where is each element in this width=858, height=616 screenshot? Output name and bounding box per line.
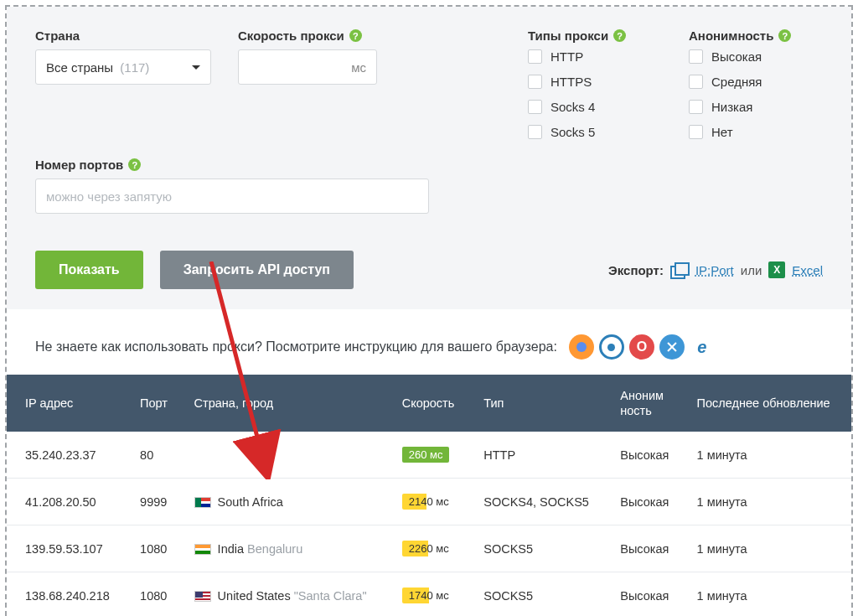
speed-badge: 2260 мс bbox=[402, 541, 456, 556]
country-select[interactable]: Все страны (117) bbox=[35, 49, 211, 85]
flag-icon bbox=[194, 591, 211, 602]
anon-medium-checkbox[interactable]: Средняя bbox=[689, 75, 823, 89]
th-country: Страна, город bbox=[183, 375, 390, 432]
speed-label: Скорость прокси ? bbox=[238, 28, 389, 43]
proxy-table: IP адрес Порт Страна, город Скорость Тип… bbox=[7, 375, 851, 616]
country-value: Все страны bbox=[46, 60, 113, 75]
caret-down-icon bbox=[192, 65, 200, 74]
table-row: 139.59.53.1071080India Bengaluru2260 мсS… bbox=[7, 525, 851, 572]
anon-label: Анонимность ? bbox=[689, 28, 823, 43]
th-ip: IP адрес bbox=[7, 375, 128, 432]
table-row: 35.240.23.3780260 мсHTTPВысокая1 минута bbox=[7, 432, 851, 479]
help-icon[interactable]: ? bbox=[128, 158, 141, 171]
firefox-icon[interactable] bbox=[569, 334, 594, 360]
table-row: 41.208.20.509999South Africa2140 мсSOCKS… bbox=[7, 479, 851, 525]
ie-icon[interactable]: e bbox=[690, 334, 715, 360]
show-button[interactable]: Показать bbox=[35, 251, 143, 289]
safari-icon[interactable] bbox=[659, 334, 685, 360]
type-http-checkbox[interactable]: HTTP bbox=[528, 49, 662, 64]
help-icon[interactable]: ? bbox=[349, 29, 362, 42]
type-https-checkbox[interactable]: HTTPS bbox=[528, 75, 662, 89]
country-count: (117) bbox=[120, 60, 149, 75]
help-icon[interactable]: ? bbox=[613, 29, 626, 42]
ports-label: Номер портов ? bbox=[35, 158, 429, 172]
export-ipport-link[interactable]: IP:Port bbox=[695, 263, 734, 277]
th-anon: Аноним ность bbox=[608, 375, 685, 432]
speed-badge: 2140 мс bbox=[402, 494, 456, 510]
th-port: Порт bbox=[128, 375, 183, 432]
export-excel-link[interactable]: Excel bbox=[792, 263, 823, 277]
th-updated: Последнее обновление bbox=[685, 375, 851, 432]
export-label: Экспорт: bbox=[608, 263, 664, 277]
speed-badge: 1740 мс bbox=[402, 588, 456, 603]
ports-input[interactable] bbox=[35, 179, 429, 214]
instruction-text: Не знаете как использовать прокси? Посмо… bbox=[35, 339, 557, 355]
anon-high-checkbox[interactable]: Высокая bbox=[689, 49, 823, 64]
help-icon[interactable]: ? bbox=[778, 29, 791, 42]
or-text: или bbox=[741, 263, 762, 277]
type-socks4-checkbox[interactable]: Socks 4 bbox=[528, 100, 662, 114]
th-speed: Скорость bbox=[390, 375, 473, 432]
speed-badge: 260 мс bbox=[402, 447, 450, 463]
chrome-icon[interactable] bbox=[599, 334, 624, 360]
country-label: Страна bbox=[35, 28, 211, 43]
flag-icon bbox=[194, 497, 211, 508]
copy-icon bbox=[670, 262, 689, 277]
table-row: 138.68.240.2181080United States "Santa C… bbox=[7, 572, 851, 616]
th-type: Тип bbox=[472, 375, 608, 432]
request-api-button[interactable]: Запросить API доступ bbox=[160, 251, 354, 289]
speed-input[interactable]: мс bbox=[238, 49, 377, 85]
opera-icon[interactable]: O bbox=[629, 334, 654, 360]
types-label: Типы прокси ? bbox=[528, 28, 662, 43]
anon-none-checkbox[interactable]: Нет bbox=[689, 125, 823, 139]
type-socks5-checkbox[interactable]: Socks 5 bbox=[528, 125, 662, 139]
excel-icon: X bbox=[768, 261, 785, 278]
anon-low-checkbox[interactable]: Низкая bbox=[689, 100, 823, 114]
flag-icon bbox=[194, 544, 211, 555]
